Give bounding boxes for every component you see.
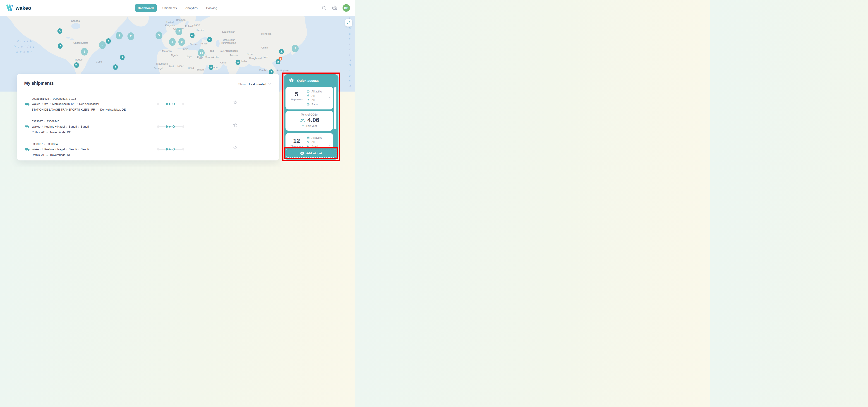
quick-access-widget-co2[interactable]: Tons of CO2e4.06This year [285,111,333,131]
map-ship-marker[interactable]: 3 [276,59,280,64]
widget-filter-text: All [312,98,314,102]
widget-filter-text: Road [312,145,318,147]
avatar[interactable]: DD [343,4,350,12]
truck-icon [25,124,30,129]
map-plane-marker[interactable] [207,37,212,42]
wakeo-logo-icon [6,4,13,12]
my-shipments-card: My shipments Show : Last created 0002835… [17,74,279,161]
shipment-row[interactable]: 00028351478/00028351478-123Wakeo/n/a/Mar… [17,97,279,120]
widget-count-label: Shipments [289,98,304,101]
map-truck-marker[interactable] [58,28,62,34]
calendar-icon [302,125,304,127]
sort-label: Show : [238,83,247,86]
package-icon [289,78,295,83]
quick-access-widgets: 5ShipmentsAll activeAllAllEarlyTons of C… [284,85,338,147]
row-divider [32,141,239,141]
favorite-star-icon[interactable] [233,123,238,127]
route-arrow-icon: → [44,131,50,134]
shipment-row[interactable]: 6333087/83008945Wakeo/Kuehne + Nagel/San… [17,120,279,143]
shipment-route: STATION DE LAVAGE TRANSPORTS KLEIN , FR→… [32,108,126,111]
map-cluster-marker[interactable]: 3 [116,32,123,39]
timer-icon [307,103,310,106]
quick-access-panel: Quick access 5ShipmentsAll activeAllAllE… [284,74,338,159]
quick-access-scrollbar[interactable] [334,87,336,129]
favorite-star-icon[interactable] [233,145,238,150]
truck-icon [307,145,310,147]
search-icon[interactable] [321,5,327,11]
truck-icon [25,101,30,107]
add-widget-button[interactable]: Add widget [286,149,336,158]
co2-period: This year [306,124,317,127]
map-cluster-marker[interactable]: 2 [292,45,299,52]
map-cluster-marker[interactable]: 17 [176,28,182,35]
wakeo-logo[interactable]: wakeo [6,4,31,12]
quick-access-widget-shipments[interactable]: 5ShipmentsAll activeAllAllEarly [285,87,333,110]
map-truck-marker[interactable] [190,33,195,38]
row-divider [32,118,239,118]
navbar-right-actions: DD [321,4,350,12]
map-ship-marker[interactable] [236,60,241,65]
ship-icon [307,98,310,101]
tab-booking[interactable]: Booking [203,4,220,12]
map-ship-marker[interactable] [58,43,63,49]
map-ship-marker[interactable] [106,38,111,44]
pin-icon [307,141,310,143]
chevron-right-icon [328,143,331,146]
map-ship-marker[interactable] [209,65,214,70]
quick-access-header: Quick access [289,78,319,83]
widget-count-value: 12 [289,138,304,145]
chevron-right-icon [328,97,331,100]
shipment-progress [157,148,184,151]
widget-filter-text: All active [312,136,322,139]
map-ship-marker[interactable] [120,55,125,60]
shipment-parties: Wakeo/Kuehne + Nagel/Sanofi/Sanofi [32,125,89,128]
widget-filter-text: All [312,141,314,144]
widget-filter-text: All active [312,90,322,93]
sort-dropdown[interactable]: Show : Last created [238,82,271,86]
top-navbar: wakeo DashboardShipmentsAnalyticsBooking… [0,0,355,16]
calendar-icon [307,90,310,93]
map-expand-button[interactable] [345,19,352,27]
map-ship-marker[interactable] [113,64,118,70]
map-cluster-marker[interactable]: 5 [81,48,88,56]
plant-icon [299,117,305,123]
wakeo-dashboard: { "colors": { "teal": "#4fafb6", "marker… [0,0,355,167]
plus-icon [300,151,304,155]
co2-value: 4.06 [307,117,319,124]
shipment-route: Röthis, AT→Travemünde, DE [32,131,71,134]
co2-widget-title: Tons of CO2e [285,111,333,116]
calendar-icon [307,136,310,139]
widget-count-value: 5 [289,91,304,98]
tab-shipments[interactable]: Shipments [159,4,180,12]
shipment-row[interactable]: 6333087/83008945Wakeo/Kuehne + Nagel/San… [17,143,279,161]
map-ship-marker[interactable] [279,49,284,54]
sort-value: Last created [249,83,266,86]
quick-access-widget-shipments[interactable]: 12ShipmentsAll activeAllRoad [285,133,333,147]
shipment-parties: Wakeo/n/a/Marckolsheim 123/Der Keksbäcke… [32,103,99,106]
route-arrow-icon: → [44,153,50,156]
favorite-star-icon[interactable] [233,100,238,105]
map-cluster-marker[interactable]: 2 [127,32,134,40]
pin-icon [307,94,310,97]
shipment-parties: Wakeo/Kuehne + Nagel/Sanofi/Sanofi [32,148,89,151]
alert-count-badge: 3 [279,57,282,60]
map-truck-marker[interactable] [74,62,79,68]
quick-access-title: Quick access [297,79,319,83]
widget-filter-text: Early [312,103,318,106]
tab-analytics[interactable]: Analytics [183,4,200,12]
language-globe-icon[interactable] [332,5,338,11]
map-cluster-marker[interactable]: 14 [198,49,205,57]
shipments-list: 00028351478/00028351478-123Wakeo/n/a/Mar… [17,95,279,161]
truck-icon [25,147,30,152]
page-title: My shipments [24,81,54,86]
map-cluster-marker[interactable]: 4 [169,38,176,46]
shipment-route: Röthis, AT→Travemünde, DE [32,153,71,156]
add-widget-label: Add widget [306,152,322,155]
map-cluster-marker[interactable]: 9 [178,38,185,46]
map-cluster-marker[interactable]: 5 [156,31,162,39]
tab-dashboard[interactable]: Dashboard [135,4,157,12]
shipment-progress [157,103,184,106]
route-arrow-icon: → [95,108,100,111]
shipment-references: 6333087/83008945 [32,120,59,123]
map-cluster-marker[interactable]: 5 [99,41,106,49]
